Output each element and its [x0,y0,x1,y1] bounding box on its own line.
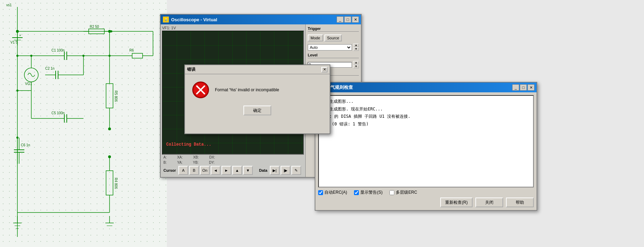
cursor-on-button[interactable]: On [200,166,210,175]
erc-log-line-4: 完成 (0 错误: 1 警告) [321,121,531,128]
trigger-mode-down[interactable]: ▼ [353,47,359,51]
data-next-button[interactable]: |▶ [281,166,290,175]
auto-erc-checkbox[interactable] [318,190,323,195]
erc-footer: 重新检查(R) 关闭 帮助 [318,198,534,207]
oscilloscope-close-button[interactable]: ✕ [352,16,359,23]
erc-close-button[interactable]: ✕ [528,84,534,91]
trigger-section-title: Trigger [308,26,359,32]
cursor-up-button[interactable]: ▲ [232,166,242,175]
trigger-mode-select[interactable]: Auto Single Normal [308,44,352,51]
circuit-background: vs1 + V1 5 VG1 C1 100n C2 1n [0,0,167,247]
erc-log-line-1: 正在生成图形... [321,98,531,106]
svg-rect-31 [132,53,143,58]
label-dy: DY: [209,161,215,164]
label-a: A: [163,155,167,159]
trigger-level-spinner: ▲ ▼ [353,61,359,68]
svg-text:C1 100n: C1 100n [51,48,65,52]
multi-level-checkbox-item[interactable]: 多层级ERC [389,190,417,195]
multi-level-checkbox[interactable] [389,190,394,195]
svg-point-62 [30,55,32,57]
trigger-level-down[interactable]: ▼ [353,65,359,68]
oscilloscope-minimize-button[interactable]: _ [337,16,344,23]
svg-point-72 [108,55,111,57]
data-edit-button[interactable]: ✎ [291,166,301,175]
svg-text:+: + [19,33,21,37]
cursor-controls: Cursor A B On ◄ ► ▲ ▼ [163,166,253,175]
erc-log-area[interactable]: 正在生成图形... 已经生成图形. 现在开始ERC... 警告: 的 DISA … [318,95,534,187]
svg-point-69 [16,137,18,139]
oscilloscope-titlebar: 🔬 Oscilloscope - Virtual _ □ ✕ [161,15,361,24]
svg-point-56 [16,30,19,33]
erc-window-controls: _ □ ✕ [512,84,534,91]
data-play-button[interactable]: ▶| [270,166,280,175]
oscilloscope-screen-label: VF1: 1V [162,26,304,30]
trigger-mode-spinner: ▲ ▼ [353,44,359,51]
auto-erc-checkbox-item[interactable]: 自动ERC(A) [318,190,347,195]
erc-recheck-button[interactable]: 重新检查(R) [440,198,473,207]
multi-level-label: 多层级ERC [396,190,417,195]
error-dialog-body: Format '%s' invalid or incompatible [185,74,330,102]
label-ya: YA: [177,161,182,164]
oscilloscope-window-controls: _ □ ✕ [337,16,359,23]
cursor-right-button[interactable]: ► [222,166,231,175]
svg-rect-45 [106,171,113,195]
label-dx: DX: [209,155,215,159]
label-b: B: [163,161,167,164]
cursor-data-labels: A: XA: XB: DX: [162,155,304,160]
svg-rect-27 [106,84,113,108]
show-warning-checkbox[interactable] [354,190,359,195]
cursor-data-labels-2: B: YA: YB: DY: [162,160,304,165]
error-dialog: 错误 ✕ Format '%s' invalid or incompatible… [184,64,330,134]
trigger-mode-source-row: Mode Source [308,34,359,41]
svg-point-74 [82,55,84,57]
oscilloscope-bottom-controls: Cursor A B On ◄ ► ▲ ▼ Data ▶| |▶ ✎ [162,165,304,176]
trigger-level-up[interactable]: ▲ [353,61,359,64]
error-icon [192,81,209,99]
svg-point-59 [108,155,111,158]
error-dialog-footer: 确定 [185,102,330,119]
trigger-level-label: Level [308,53,359,58]
show-warning-checkbox-item[interactable]: 显示警告(S) [354,190,383,195]
oscilloscope-icon: 🔬 [163,16,169,23]
svg-point-77 [110,30,112,32]
trigger-mode-button[interactable]: Mode [308,34,323,41]
svg-point-58 [108,128,111,130]
svg-text:C5 100n: C5 100n [51,111,65,115]
error-message-text: Format '%s' invalid or incompatible [215,87,279,93]
show-warning-label: 显示警告(S) [360,190,383,195]
cursor-section-label: Cursor [163,168,176,172]
erc-log-line-3: 警告: 的 DISA 插脚 子回路 U1 没有被连接. [321,113,531,121]
circuit-schematic: vs1 + V1 5 VG1 C1 100n C2 1n [0,0,167,247]
label-xb: XB: [193,155,199,159]
erc-maximize-button[interactable]: □ [520,84,527,91]
data-section-label: Data [259,168,267,172]
erc-titlebar: ⚡ 电气规则检查 _ □ ✕ [315,83,537,92]
error-dialog-close-button[interactable]: ✕ [321,67,328,72]
error-dialog-title: 错误 [187,67,195,72]
cursor-a-button[interactable]: A [178,166,188,175]
cursor-down-button[interactable]: ▼ [243,166,253,175]
oscilloscope-title: Oscilloscope - Virtual [171,17,217,22]
cursor-b-button[interactable]: B [189,166,199,175]
erc-help-button[interactable]: 帮助 [506,198,534,207]
trigger-source-button[interactable]: Source [324,34,342,41]
error-ok-button[interactable]: 确定 [243,106,271,115]
data-controls: Data ▶| |▶ ✎ [259,166,301,175]
svg-text:R5 806: R5 806 [114,91,118,102]
svg-text:R2 50: R2 50 [90,25,99,29]
svg-point-67 [16,55,18,57]
erc-log-line-2: 已经生成图形. 现在开始ERC... [321,106,531,113]
error-dialog-titlebar: 错误 ✕ [185,65,330,74]
erc-body: 正在生成图形... 已经生成图形. 现在开始ERC... 警告: 的 DISA … [315,92,537,210]
svg-point-68 [16,90,18,92]
cursor-left-button[interactable]: ◄ [211,166,220,175]
oscilloscope-maximize-button[interactable]: □ [344,16,351,23]
svg-text:R4 806: R4 806 [114,178,118,189]
trigger-mode-up[interactable]: ▲ [353,44,359,47]
erc-minimize-button[interactable]: _ [512,84,519,91]
erc-window: ⚡ 电气规则检查 _ □ ✕ 正在生成图形... 已经生成图形. 现在开始ERC… [315,82,537,211]
erc-checkboxes: 自动ERC(A) 显示警告(S) 多层级ERC [318,190,534,195]
svg-text:C2 1n: C2 1n [45,67,55,70]
svg-text:V1 5: V1 5 [10,40,18,44]
erc-close-button[interactable]: 关闭 [475,198,503,207]
